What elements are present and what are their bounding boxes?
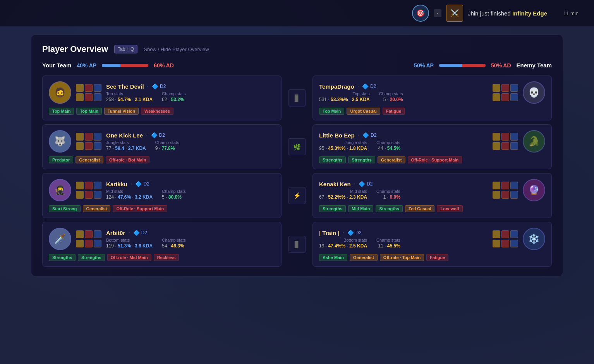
rank-badge: 🔷D2: [135, 181, 149, 187]
item-icons: [76, 133, 101, 150]
tags-row: LonewolfZed CasualStrengthsMid MainStren…: [319, 205, 545, 212]
stats-value: 19 · 47.4%% · 2.5 KDA: [319, 243, 367, 249]
champion-avatar: 💀: [523, 81, 545, 104]
item-icons: [493, 230, 518, 247]
champ-value: 62 · 53.2%: [162, 97, 186, 102]
rank-badge: 🔷D2: [347, 230, 361, 236]
enemy-team-column: 💀🔷D2·TempaDragoChamp stats 5 · 20.0%Top …: [312, 76, 552, 267]
tag: Start Strong: [49, 205, 81, 212]
champion-avatar: 🐊: [523, 130, 545, 153]
tag: Off-role · Top Main: [380, 254, 424, 261]
enemy-ap-bar: [439, 64, 462, 67]
tag: Strengths: [376, 205, 402, 212]
enemy-team-ad: 50% AD: [491, 62, 511, 69]
player-name: See The Devil: [106, 83, 144, 90]
champ-label: Champ stats: [376, 189, 400, 194]
tag: Off-role · Mid Main: [107, 254, 151, 261]
tag: Ashe Main: [319, 254, 347, 261]
champion-avatar: 🧔: [49, 81, 71, 104]
tag: Generalist: [76, 156, 103, 163]
enemy-player-card: 🔮🔷D2·Kenaki KenChamp stats 1 · 0.0%Mid s…: [312, 173, 552, 218]
player-name: | Train |: [319, 230, 340, 236]
tag: Fatigue: [426, 254, 448, 261]
panel-title: Player Overview: [42, 44, 108, 54]
tag: Mid Main: [348, 205, 373, 212]
tags-row: Top MainTop MainTunnel VisionWeaknesses: [49, 108, 275, 115]
rank-badge: 🔷D2: [133, 230, 147, 236]
tag: Strengths: [49, 254, 76, 261]
stats-value: 77 · 58.4 · 2.7 KDA: [106, 146, 146, 151]
top-notification-bar: 🎯 ▪ ⚔️ Jhin just finished Infinity Edge …: [0, 0, 594, 27]
enemy-team-label: Enemy Team: [517, 62, 552, 69]
champ-value: 1 · 0.0%: [383, 194, 400, 200]
your-team-bar: Your Team 40% AP 60% AD: [42, 62, 174, 69]
enemy-team-ap: 50% AP: [414, 62, 434, 69]
tags-row: Off-Role · Support MainGeneralistStrengt…: [319, 156, 545, 163]
champion-avatar: 🗡️: [49, 228, 71, 250]
stats-label: Jungle stats: [344, 140, 367, 145]
separator-icon: ▪: [434, 9, 441, 17]
champion-avatar: 🥷: [49, 179, 71, 201]
tag: Top Main: [76, 108, 101, 115]
tag: Generalist: [83, 205, 111, 212]
tags-row: FatigueUrgot CasualTop Main: [319, 108, 545, 115]
champ-value: 54 · 46.3%: [162, 243, 186, 249]
divider-icon-2: 🌿: [288, 138, 306, 155]
players-grid: 🧔See The Devil·🔷D2Top stats 258 · 54.7% …: [42, 76, 552, 267]
stats-value: 119 · 51.3% · 3.6 KDA: [106, 243, 153, 249]
enemy-team-bar: 50% AP 50% AD Enemy Team: [414, 62, 552, 69]
player-name: Little Bo Eep: [319, 132, 355, 139]
stats-value: 95 · 45.3%% · 1.8 KDA: [319, 146, 367, 151]
stats-label: Top stats: [353, 91, 370, 96]
champ-value: 5 · 20.0%: [383, 97, 403, 102]
item-icons: [76, 84, 101, 101]
stats-label: Bottom stats: [106, 238, 153, 242]
rank-badge: 🔷D2: [362, 132, 376, 138]
stats-label: Jungle stats: [106, 140, 146, 145]
tag: Off-role · Bot Main: [106, 156, 149, 163]
notification-text: Jhin just finished Infinity Edge: [468, 10, 547, 17]
enemy-team-bar-visual: [439, 64, 486, 67]
tag: Lonewolf: [437, 205, 462, 212]
champ-value: 9 · 77.8%: [155, 146, 179, 151]
tag: Generalist: [350, 254, 378, 261]
tag: Urgot Casual: [347, 108, 380, 115]
player-overview-panel: Player Overview Tab + Q Show / Hide Play…: [31, 34, 563, 276]
panel-header: Player Overview Tab + Q Show / Hide Play…: [42, 44, 552, 54]
player-name: One Kick Lee: [106, 132, 143, 139]
item-icons: [76, 230, 101, 247]
stats-label: Mid stats: [350, 189, 367, 194]
show-hide-label: Show / Hide Player Overview: [144, 46, 209, 52]
item-icons: [493, 182, 518, 199]
enemy-player-card: 🐊🔷D2·Little Bo EepChamp stats 44 · 54.5%…: [312, 124, 552, 169]
stats-value: 67 · 52.2%% · 2.3 KDA: [319, 194, 367, 200]
divider-column: ▊ 🌿 ⚡ ▊: [285, 76, 309, 267]
champ-value: 5 · 80.0%: [162, 194, 186, 200]
champion-avatar: ❄️: [523, 228, 545, 250]
stats-value: 124 · 47.6% · 3.2 KDA: [106, 194, 153, 200]
item-icons: [493, 84, 518, 101]
stats-value: 531 · 53.3%% · 2.5 KDA: [319, 97, 370, 102]
tags-row: PredatorGeneralistOff-role · Bot Main: [49, 156, 275, 163]
champ-label: Champ stats: [155, 140, 179, 145]
your-player-card: 🗡️Arbit0r·🔷D2Bottom stats 119 · 51.3% · …: [42, 222, 282, 267]
divider-icon-4: ▊: [288, 236, 306, 253]
tag: Top Main: [49, 108, 74, 115]
rank-badge: 🔷D2: [359, 181, 373, 187]
champion-icon: 🎯: [412, 5, 429, 22]
enemy-player-card: ❄️🔷D2·| Train |Champ stats 11 · 45.5%Bot…: [312, 222, 552, 267]
your-ap-bar: [102, 64, 120, 67]
stats-label: Top stats: [106, 91, 153, 96]
item-icons: [493, 133, 518, 150]
item-icon: ⚔️: [446, 5, 463, 22]
tag: Weaknesses: [141, 108, 173, 115]
notification-time: 11 min: [563, 10, 579, 16]
player-name: Arbit0r: [106, 230, 125, 236]
player-name: Karikku: [106, 181, 127, 187]
divider-icon-3: ⚡: [288, 187, 306, 204]
rank-badge: 🔷D2: [362, 83, 376, 89]
tag: Strengths: [319, 156, 346, 163]
enemy-ad-bar: [462, 64, 486, 67]
tag: Generalist: [378, 156, 405, 163]
player-name: Kenaki Ken: [319, 181, 351, 187]
